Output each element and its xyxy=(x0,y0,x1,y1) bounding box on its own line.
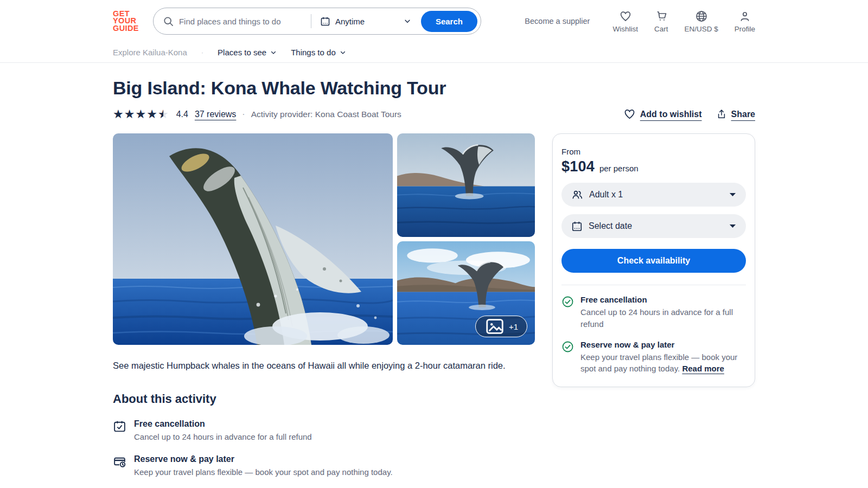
getyourguide-logo[interactable]: GET YOUR GUIDE xyxy=(113,10,139,33)
about-item-description: Keep your travel plans flexible — book y… xyxy=(134,467,393,477)
rating-separator: · xyxy=(242,110,245,119)
search-bar[interactable]: Anytime Search xyxy=(153,8,481,35)
more-photos-count: +1 xyxy=(509,322,518,331)
about-item-reserve-now: Reserve now & pay later Keep your travel… xyxy=(113,454,535,477)
share-icon xyxy=(716,109,727,120)
page-title: Big Island: Kona Whale Watching Tour xyxy=(113,78,755,99)
stars-fill: ★★★★★ xyxy=(113,108,163,120)
search-button[interactable]: Search xyxy=(421,11,477,32)
nav-places-to-see[interactable]: Places to see xyxy=(218,48,277,57)
gallery-photo-main[interactable] xyxy=(113,133,393,345)
chevron-down-icon xyxy=(404,17,411,25)
chevron-down-icon xyxy=(270,49,277,56)
calendar-icon xyxy=(320,16,330,27)
globe-icon xyxy=(695,10,708,23)
photo-icon xyxy=(484,316,505,337)
heart-icon xyxy=(623,108,636,120)
benefit-reserve-now: Reserve now & pay later Keep your travel… xyxy=(561,340,746,375)
participants-select[interactable]: Adult x 1 xyxy=(561,183,746,207)
check-circle-icon xyxy=(561,296,574,330)
benefit-title: Reserve now & pay later xyxy=(580,340,746,349)
logo-line: GUIDE xyxy=(113,25,139,33)
activity-summary: See majestic Humpback whales in the ocea… xyxy=(113,359,535,373)
triangle-down-icon xyxy=(729,192,736,197)
booking-card: From $104 per person Adult x 1 xyxy=(552,133,755,387)
benefit-free-cancellation: Free cancellation Cancel up to 24 hours … xyxy=(561,295,746,330)
main-content: Big Island: Kona Whale Watching Tour ★★★… xyxy=(113,78,755,488)
participants-value: Adult x 1 xyxy=(589,190,623,200)
breadcrumb-explore-link[interactable]: Explore Kailua-Kona xyxy=(113,48,187,57)
date-select-value: Select date xyxy=(589,221,632,231)
cart-button[interactable]: Cart xyxy=(654,10,668,33)
nav-things-label: Things to do xyxy=(291,48,336,57)
price-from-label: From xyxy=(561,147,746,156)
calendar-check-icon xyxy=(113,420,126,441)
check-circle-icon xyxy=(561,341,574,375)
share-button[interactable]: Share xyxy=(716,109,755,120)
date-filter-select[interactable]: Anytime xyxy=(314,16,418,27)
nav-places-label: Places to see xyxy=(218,48,266,57)
benefit-description: Cancel up to 24 hours in advance for a f… xyxy=(580,306,746,330)
cart-icon xyxy=(655,10,668,23)
cart-label: Cart xyxy=(654,25,668,33)
search-icon xyxy=(163,16,174,27)
search-input[interactable] xyxy=(179,17,309,26)
check-availability-button[interactable]: Check availability xyxy=(561,249,746,273)
activity-provider: Activity provider: Kona Coast Boat Tours xyxy=(251,110,401,119)
about-heading: About this activity xyxy=(113,392,535,406)
about-item-free-cancellation: Free cancellation Cancel up to 24 hours … xyxy=(113,419,535,441)
site-header: GET YOUR GUIDE xyxy=(0,0,868,63)
add-to-wishlist-label: Add to wishlist xyxy=(640,110,702,119)
gallery-photo-3[interactable]: +1 xyxy=(397,241,535,345)
wishlist-button[interactable]: Wishlist xyxy=(612,10,638,33)
card-clock-icon xyxy=(113,455,126,477)
photo-gallery: +1 xyxy=(113,133,535,345)
secondary-nav: Explore Kailua-Kona · Places to see Thin… xyxy=(0,42,868,63)
whale-breach-illustration xyxy=(113,133,393,345)
about-item-description: Cancel up to 24 hours in advance for a f… xyxy=(134,432,312,441)
triangle-down-icon xyxy=(729,224,736,228)
share-label: Share xyxy=(731,110,755,119)
whale-fluke-illustration xyxy=(397,133,535,237)
rating-row: ★★★★★ ★★★★★ 4.4 37 reviews · Activity pr… xyxy=(113,108,755,120)
add-to-wishlist-button[interactable]: Add to wishlist xyxy=(623,108,702,120)
gallery-photo-2[interactable] xyxy=(397,133,535,237)
date-select[interactable]: Select date xyxy=(561,214,746,238)
reviews-link[interactable]: 37 reviews xyxy=(195,110,236,119)
profile-icon xyxy=(738,10,751,23)
profile-button[interactable]: Profile xyxy=(735,10,755,33)
nav-things-to-do[interactable]: Things to do xyxy=(291,48,346,57)
locale-currency-button[interactable]: EN/USD $ xyxy=(684,10,718,33)
search-divider xyxy=(311,14,311,28)
locale-label: EN/USD $ xyxy=(684,25,718,33)
heart-icon xyxy=(619,10,632,23)
read-more-link[interactable]: Read more xyxy=(682,364,724,373)
more-photos-button[interactable]: +1 xyxy=(475,316,527,337)
become-supplier-link[interactable]: Become a supplier xyxy=(525,17,590,25)
wishlist-label: Wishlist xyxy=(612,25,638,33)
price-value: $104 xyxy=(561,158,595,175)
benefit-title: Free cancellation xyxy=(580,295,746,304)
calendar-icon xyxy=(571,221,583,232)
card-divider xyxy=(561,285,746,285)
breadcrumb-separator: · xyxy=(201,48,203,56)
about-item-title: Reserve now & pay later xyxy=(134,454,393,464)
date-filter-value: Anytime xyxy=(335,17,365,26)
profile-label: Profile xyxy=(735,25,755,33)
per-person-label: per person xyxy=(599,164,639,173)
about-item-title: Free cancellation xyxy=(134,419,312,429)
rating-value: 4.4 xyxy=(176,110,188,119)
rating-stars: ★★★★★ ★★★★★ xyxy=(113,108,169,120)
people-icon xyxy=(571,189,583,201)
chevron-down-icon xyxy=(340,49,346,56)
